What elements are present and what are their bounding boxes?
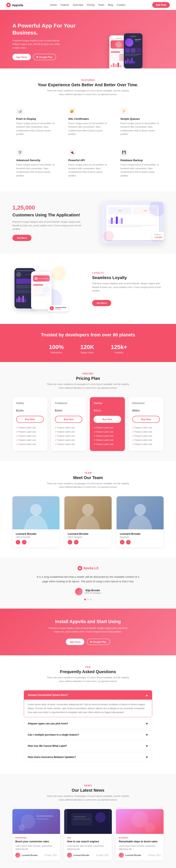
facebook-icon-2[interactable]: f bbox=[126, 540, 131, 545]
facebook-icon-1[interactable]: f bbox=[74, 540, 79, 545]
pricing-price-1: $24/m bbox=[55, 406, 82, 413]
news-author-name-0: Leonard Brooke bbox=[22, 854, 38, 857]
faq-item-1: Aliquam types can you pick from? ▼ bbox=[24, 719, 152, 728]
pricing-card-2: Startup $32/m Buy Now Feature Label List… bbox=[90, 397, 125, 451]
team-photo-0 bbox=[12, 496, 59, 529]
loyalty-cta-button[interactable]: Get More bbox=[92, 300, 111, 306]
team-info-2: Leonard Brooke Developer t f bbox=[117, 529, 164, 547]
feature-icon-0: 📊 bbox=[16, 107, 24, 115]
pricing-title: Pricing Plan bbox=[12, 376, 164, 381]
svg-point-6 bbox=[134, 504, 146, 516]
svg-point-20 bbox=[145, 823, 155, 833]
nav-blog[interactable]: Blog bbox=[108, 3, 113, 6]
feature-desc-0: Fusce congue purus id nisl porttitor, id… bbox=[16, 122, 56, 136]
pricing-features-1: Feature Label Lists Feature Label Lists … bbox=[55, 426, 82, 446]
news-section: News Our Latest News There are many vari… bbox=[0, 774, 176, 868]
loyalty-phone-light bbox=[31, 271, 52, 309]
svg-point-19 bbox=[131, 811, 148, 828]
cta-appstore-btn[interactable]: App Store bbox=[66, 639, 84, 645]
team-label: Team bbox=[12, 472, 164, 474]
feature-title-4: Powerful API bbox=[68, 159, 108, 162]
feature-card-0: 📊 Push In Display Fusce congue purus id … bbox=[12, 104, 59, 140]
svg-point-0 bbox=[8, 4, 9, 6]
stats-cta-button[interactable]: Get More bbox=[12, 235, 31, 241]
stats-description: Praesent congue dapibus ante sit amet bl… bbox=[12, 220, 84, 231]
faq-question-4[interactable]: How Users Insurance Between Updates? ▼ bbox=[24, 752, 152, 762]
pricing-features-3: Feature Label Lists Feature Label Lists … bbox=[132, 426, 160, 446]
news-body-2: BUSINESS Remarkable steps to boost sales… bbox=[116, 834, 164, 861]
nav-logo[interactable]: Appvila bbox=[6, 3, 23, 7]
team-card-2: Leonard Brooke Developer t f bbox=[117, 496, 164, 547]
facebook-icon-0[interactable]: f bbox=[22, 540, 27, 545]
testimonial-logo-icon bbox=[78, 566, 82, 570]
feature-desc-1: Fusce congue purus id nisl porttitor, id… bbox=[68, 122, 108, 136]
pricing-price-2: $32/m bbox=[94, 406, 121, 413]
play-icon: ▶ bbox=[37, 56, 38, 58]
twitter-icon-2[interactable]: t bbox=[120, 540, 124, 545]
pricing-feature-2-1: Feature Label Lists bbox=[94, 430, 121, 434]
feature-title-0: Push In Display bbox=[16, 117, 56, 120]
hero-description: Praesent congue dapibus ante sit amet bl… bbox=[12, 39, 66, 50]
faq-answer-0: Lorem ipsum dolor sit amet, consectetur … bbox=[24, 700, 152, 717]
nav-overview[interactable]: Overview bbox=[73, 3, 83, 6]
nav-contact[interactable]: Contact bbox=[117, 3, 125, 6]
news-avatar-2 bbox=[119, 853, 124, 858]
loyalty-notification: ★ Loyalty Points +250 pts bbox=[48, 305, 68, 312]
faq-question-3[interactable]: How Can We Cancel What Label? ▼ bbox=[24, 741, 152, 750]
loyalty-image: ★ Loyalty Points +250 pts bbox=[12, 264, 84, 314]
author-role: CEO of Comapny bbox=[85, 592, 101, 594]
trusted-stats: 100% Satisfaction 120K Happy Users 125k+… bbox=[12, 344, 164, 354]
svg-point-5 bbox=[127, 515, 152, 529]
stats-number: 1,25,000 bbox=[12, 205, 84, 211]
hero-appstore-btn[interactable]: App Store bbox=[12, 54, 31, 60]
faq-arrow-4: ▼ bbox=[145, 755, 148, 759]
pricing-grid: Hobby $12/m Buy Now Feature Label Lists … bbox=[12, 397, 164, 451]
faq-arrow-3: ▼ bbox=[145, 744, 148, 748]
pricing-feature-1-0: Feature Label Lists bbox=[55, 426, 82, 430]
faq-question-0[interactable]: Aenean Consectetur Ipsum Amet? ▲ bbox=[24, 690, 152, 700]
faq-title: Frequently Asked Questions bbox=[12, 670, 164, 674]
dot-0[interactable] bbox=[84, 599, 86, 600]
twitter-icon-1[interactable]: t bbox=[68, 540, 72, 545]
pricing-feature-3-0: Feature Label Lists bbox=[132, 426, 160, 430]
pricing-btn-3[interactable]: Buy Now bbox=[132, 416, 160, 423]
pricing-btn-0[interactable]: Buy Now bbox=[16, 416, 44, 423]
logo-icon bbox=[6, 3, 11, 7]
team-socials-0: t f bbox=[16, 540, 56, 545]
nav-cta-button[interactable]: Get Free bbox=[152, 2, 170, 8]
cta-googleplay-btn[interactable]: ▶ Google Play bbox=[87, 639, 110, 645]
dot-1[interactable] bbox=[87, 599, 89, 600]
pricing-card-1: Freelancer $24/m Buy Now Feature Label L… bbox=[51, 397, 86, 451]
stats-title: Customers Using The Application! bbox=[12, 212, 84, 218]
news-title-0: Boost your conversion rates bbox=[15, 840, 57, 843]
team-role-0: CEO & Founder bbox=[16, 536, 56, 538]
trusted-stat-label-0: Satisfaction bbox=[49, 351, 64, 354]
pricing-feature-1-2: Feature Label Lists bbox=[55, 434, 82, 438]
testimonial-section: Apvila LX It is a long established fact … bbox=[0, 558, 176, 609]
news-title-2: Remarkable steps to boost sales bbox=[119, 840, 161, 843]
news-body-1: SEO How to use search engines Lorem ipsu… bbox=[64, 834, 112, 861]
news-author-name-1: Leonard Brooke bbox=[74, 854, 89, 857]
faq-question-2[interactable]: Can I multiple purchase in a single feat… bbox=[24, 730, 152, 739]
pricing-feature-0-3: Feature Label Lists bbox=[16, 438, 44, 442]
news-author-row-2: Leonard Brooke 20 April, 2021 bbox=[119, 853, 161, 858]
nav-pricing[interactable]: Pricing bbox=[87, 3, 95, 6]
testimonial-author: Elija Brooke CEO of Comapny bbox=[12, 588, 164, 595]
faq-item-4: How Users Insurance Between Updates? ▼ bbox=[24, 752, 152, 762]
svg-point-2 bbox=[30, 504, 42, 516]
hero-googleplay-btn[interactable]: ▶ Google Play bbox=[33, 54, 56, 60]
nav-team[interactable]: Team bbox=[98, 3, 104, 6]
twitter-icon-0[interactable]: t bbox=[16, 540, 20, 545]
news-image-2 bbox=[116, 809, 164, 834]
nav-feature[interactable]: Feature bbox=[60, 3, 69, 6]
trusted-stat-2: 125k+ Installed bbox=[111, 344, 127, 354]
pricing-btn-2[interactable]: Buy Now bbox=[94, 416, 121, 423]
pricing-btn-1[interactable]: Buy Now bbox=[55, 416, 82, 423]
news-date-0: 20 April, 2021 bbox=[45, 854, 57, 857]
faq-arrow-2: ▼ bbox=[145, 733, 148, 737]
pricing-plan-2: Startup bbox=[94, 402, 121, 405]
nav-home[interactable]: Home bbox=[50, 3, 57, 6]
faq-question-1[interactable]: Aliquam types can you pick from? ▼ bbox=[24, 719, 152, 728]
svg-point-15 bbox=[95, 812, 106, 823]
dot-2[interactable] bbox=[90, 599, 92, 600]
